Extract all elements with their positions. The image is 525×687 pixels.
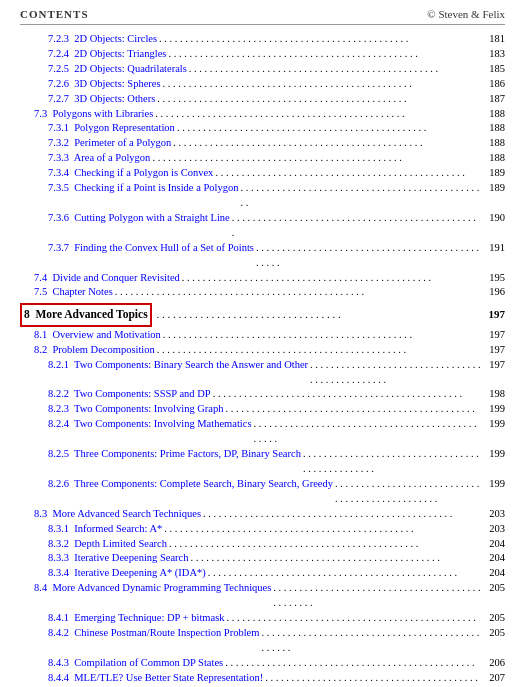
entry-page: 188 — [483, 107, 505, 122]
toc-row: 8.3.4 Iterative Deepening A* (IDA*) . . … — [20, 566, 505, 581]
entry-dots: . . . . . . . . . . . . . . . . . . . . … — [256, 241, 481, 271]
toc-row: 8.4.1 Emerging Technique: DP + bitmask .… — [20, 611, 505, 626]
toc-row: 8.3.2 Depth Limited Search . . . . . . .… — [20, 537, 505, 552]
entry-dots: . . . . . . . . . . . . . . . . . . . . … — [182, 271, 481, 286]
entry-text: 7.2.4 2D Objects: Triangles — [48, 47, 166, 62]
entry-page: 206 — [483, 656, 505, 671]
toc-row: 8.4 More Advanced Dynamic Programming Te… — [20, 581, 505, 611]
entry-text: 8.2.5 Three Components: Prime Factors, D… — [48, 447, 301, 462]
entry-text: 7.3.6 Cutting Polygon with a Straight Li… — [48, 211, 230, 226]
entry-text: 8.2.4 Two Components: Involving Mathemat… — [48, 417, 252, 432]
entry-page: 204 — [483, 551, 505, 566]
entry-page: 187 — [483, 92, 505, 107]
entry-dots: . . . . . . . . . . . . . . . . . . . . … — [173, 136, 481, 151]
toc-row: 7.3.5 Checking if a Point is Inside a Po… — [20, 181, 505, 211]
entry-text: 8.4.2 Chinese Postman/Route Inspection P… — [48, 626, 259, 641]
entry-page: 199 — [483, 447, 505, 462]
toc-row: 7.3.3 Area of a Polygon . . . . . . . . … — [20, 151, 505, 166]
entry-text: 8.3 More Advanced Search Techniques — [34, 507, 201, 522]
toc-row: 8.1 Overview and Motivation . . . . . . … — [20, 328, 505, 343]
entry-text: 8.2.2 Two Components: SSSP and DP — [48, 387, 211, 402]
toc-row: 7.2.6 3D Objects: Spheres . . . . . . . … — [20, 77, 505, 92]
entry-text: 8.1 Overview and Motivation — [34, 328, 161, 343]
entry-page: 188 — [483, 136, 505, 151]
entry-dots: . . . . . . . . . . . . . . . . . . . . … — [157, 92, 481, 107]
entry-dots: . . . . . . . . . . . . . . . . . . . . … — [335, 477, 481, 507]
entry-text: 8.2 Problem Decomposition — [34, 343, 155, 358]
entry-text: 8.4 More Advanced Dynamic Programming Te… — [34, 581, 271, 596]
pre-ch8-entries: 7.2.3 2D Objects: Circles . . . . . . . … — [20, 32, 505, 300]
entry-text: 8.2.1 Two Components: Binary Search the … — [48, 358, 308, 373]
entry-text: 7.3.5 Checking if a Point is Inside a Po… — [48, 181, 238, 196]
entry-dots: . . . . . . . . . . . . . . . . . . . . … — [254, 417, 481, 447]
entry-page: 188 — [483, 151, 505, 166]
entry-dots: . . . . . . . . . . . . . . . . . . . . … — [273, 581, 481, 611]
entry-text: 8.3.1 Informed Search: A* — [48, 522, 162, 537]
toc-row: 7.2.7 3D Objects: Others . . . . . . . .… — [20, 92, 505, 107]
entry-page: 204 — [483, 566, 505, 581]
header-divider — [20, 24, 505, 25]
entry-page: 190 — [483, 211, 505, 226]
entry-dots: . . . . . . . . . . . . . . . . . . . . … — [159, 32, 481, 47]
entry-dots: . . . . . . . . . . . . . . . . . . . . … — [168, 47, 481, 62]
entry-text: 7.3.2 Perimeter of a Polygon — [48, 136, 171, 151]
chapter8-page: 197 — [489, 305, 506, 324]
entry-text: 7.3.3 Area of a Polygon — [48, 151, 150, 166]
entry-text: 7.3.4 Checking if a Polygon is Convex — [48, 166, 213, 181]
entry-text: 7.5 Chapter Notes — [34, 285, 113, 300]
entry-dots: . . . . . . . . . . . . . . . . . . . . … — [226, 611, 481, 626]
entry-text: 8.3.4 Iterative Deepening A* (IDA*) — [48, 566, 206, 581]
toc-content: 7.2.3 2D Objects: Circles . . . . . . . … — [0, 28, 525, 687]
toc-row: 7.2.4 2D Objects: Triangles . . . . . . … — [20, 47, 505, 62]
entry-page: 195 — [483, 271, 505, 286]
entry-text: 7.3.7 Finding the Convex Hull of a Set o… — [48, 241, 254, 256]
entry-text: 7.4 Divide and Conquer Revisited — [34, 271, 180, 286]
entry-dots: . . . . . . . . . . . . . . . . . . . . … — [303, 447, 481, 477]
entry-page: 203 — [483, 507, 505, 522]
entry-page: 197 — [483, 343, 505, 358]
entry-text: 8.4.3 Compilation of Common DP States — [48, 656, 223, 671]
entry-page: 189 — [483, 166, 505, 181]
toc-row: 7.3.1 Polygon Representation . . . . . .… — [20, 121, 505, 136]
copyright-label: © Steven & Felix — [427, 8, 505, 20]
entry-dots: . . . . . . . . . . . . . . . . . . . . … — [189, 62, 481, 77]
toc-row: 8.4.4 MLE/TLE? Use Better State Represen… — [20, 671, 505, 687]
entry-page: 207 — [483, 671, 505, 686]
entry-page: 185 — [483, 62, 505, 77]
entry-page: 186 — [483, 77, 505, 92]
entry-dots: . . . . . . . . . . . . . . . . . . . . … — [226, 402, 481, 417]
entry-text: 7.2.5 2D Objects: Quadrilaterals — [48, 62, 187, 77]
chapter8-row: 8 More Advanced Topics . . . . . . . . .… — [20, 303, 505, 327]
toc-row: 7.3.7 Finding the Convex Hull of a Set o… — [20, 241, 505, 271]
entry-text: 7.3.1 Polygon Representation — [48, 121, 175, 136]
toc-row: 8.3.3 Iterative Deepening Search . . . .… — [20, 551, 505, 566]
toc-row: 8.2.5 Three Components: Prime Factors, D… — [20, 447, 505, 477]
toc-row: 7.3.2 Perimeter of a Polygon . . . . . .… — [20, 136, 505, 151]
entry-page: 203 — [483, 522, 505, 537]
entry-page: 197 — [483, 358, 505, 373]
entry-page: 188 — [483, 121, 505, 136]
entry-dots: . . . . . . . . . . . . . . . . . . . . … — [163, 77, 481, 92]
entry-text: 7.3 Polygons with Libraries — [34, 107, 153, 122]
entry-text: 8.2.3 Two Components: Involving Graph — [48, 402, 224, 417]
entry-dots: . . . . . . . . . . . . . . . . . . . . … — [152, 151, 481, 166]
toc-row: 8.2.4 Two Components: Involving Mathemat… — [20, 417, 505, 447]
entry-dots: . . . . . . . . . . . . . . . . . . . . … — [225, 656, 481, 671]
entry-text: 7.2.7 3D Objects: Others — [48, 92, 155, 107]
entry-page: 204 — [483, 537, 505, 552]
entry-dots: . . . . . . . . . . . . . . . . . . . . … — [232, 211, 481, 241]
entry-dots: . . . . . . . . . . . . . . . . . . . . … — [310, 358, 481, 388]
toc-row: 8.3.1 Informed Search: A* . . . . . . . … — [20, 522, 505, 537]
toc-row: 8.2 Problem Decomposition . . . . . . . … — [20, 343, 505, 358]
entry-text: 8.4.4 MLE/TLE? Use Better State Represen… — [48, 671, 263, 686]
entry-dots: . . . . . . . . . . . . . . . . . . . . … — [265, 671, 481, 687]
entry-page: 181 — [483, 32, 505, 47]
toc-row: 8.2.2 Two Components: SSSP and DP . . . … — [20, 387, 505, 402]
entry-dots: . . . . . . . . . . . . . . . . . . . . … — [169, 537, 481, 552]
chapter8-title: More Advanced Topics — [35, 308, 147, 320]
toc-row: 7.2.5 2D Objects: Quadrilaterals . . . .… — [20, 62, 505, 77]
entry-page: 199 — [483, 402, 505, 417]
chapter8-num: 8 — [24, 308, 33, 320]
entry-page: 197 — [483, 328, 505, 343]
entry-page: 198 — [483, 387, 505, 402]
